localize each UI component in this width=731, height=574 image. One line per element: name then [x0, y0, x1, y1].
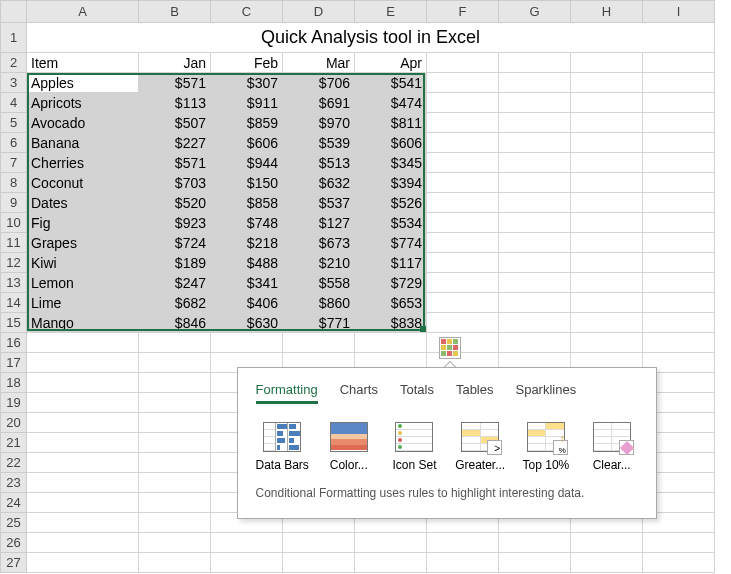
cell[interactable]: $474 — [355, 93, 427, 113]
cell[interactable] — [27, 493, 139, 513]
cell[interactable] — [499, 113, 571, 133]
cell[interactable] — [139, 533, 211, 553]
cell[interactable] — [427, 93, 499, 113]
cell[interactable] — [355, 333, 427, 353]
column-header[interactable]: D — [283, 1, 355, 23]
row-header[interactable]: 25 — [1, 513, 27, 533]
row-header[interactable]: 21 — [1, 433, 27, 453]
cell[interactable] — [499, 53, 571, 73]
cell[interactable] — [27, 393, 139, 413]
cell[interactable] — [27, 413, 139, 433]
cell[interactable] — [427, 153, 499, 173]
cell[interactable] — [571, 213, 643, 233]
cell[interactable]: Feb — [211, 53, 283, 73]
cell[interactable] — [139, 393, 211, 413]
cell[interactable]: $911 — [211, 93, 283, 113]
cell[interactable] — [643, 273, 715, 293]
cell[interactable] — [211, 533, 283, 553]
cell[interactable]: $537 — [283, 193, 355, 213]
cell[interactable] — [643, 253, 715, 273]
cell[interactable]: Mar — [283, 53, 355, 73]
cell[interactable] — [571, 153, 643, 173]
cell[interactable] — [27, 533, 139, 553]
cell[interactable] — [643, 333, 715, 353]
column-header[interactable]: H — [571, 1, 643, 23]
cell[interactable] — [571, 253, 643, 273]
row-header[interactable]: 9 — [1, 193, 27, 213]
option-clear[interactable]: Clear... — [586, 422, 638, 472]
row-header[interactable]: 23 — [1, 473, 27, 493]
cell[interactable] — [499, 233, 571, 253]
cell[interactable] — [643, 113, 715, 133]
cell[interactable] — [643, 293, 715, 313]
cell[interactable]: Banana — [27, 133, 139, 153]
row-header[interactable]: 27 — [1, 553, 27, 573]
cell[interactable]: $520 — [139, 193, 211, 213]
cell[interactable] — [499, 213, 571, 233]
cell[interactable]: $507 — [139, 113, 211, 133]
row-header[interactable]: 14 — [1, 293, 27, 313]
cell[interactable]: $703 — [139, 173, 211, 193]
cell[interactable]: $630 — [211, 313, 283, 333]
cell[interactable] — [643, 313, 715, 333]
cell[interactable] — [571, 333, 643, 353]
cell[interactable]: $706 — [283, 73, 355, 93]
cell[interactable] — [571, 133, 643, 153]
cell[interactable] — [499, 253, 571, 273]
row-header[interactable]: 17 — [1, 353, 27, 373]
cell[interactable]: $838 — [355, 313, 427, 333]
cell[interactable]: Apples — [27, 73, 139, 93]
cell[interactable]: $970 — [283, 113, 355, 133]
cell[interactable] — [571, 93, 643, 113]
cell[interactable] — [427, 333, 499, 353]
cell[interactable] — [571, 193, 643, 213]
cell[interactable] — [643, 73, 715, 93]
cell[interactable] — [643, 193, 715, 213]
cell[interactable]: $860 — [283, 293, 355, 313]
row-header[interactable]: 16 — [1, 333, 27, 353]
cell[interactable] — [571, 173, 643, 193]
cell[interactable]: $113 — [139, 93, 211, 113]
cell[interactable] — [499, 333, 571, 353]
cell[interactable]: $811 — [355, 113, 427, 133]
cell[interactable] — [139, 553, 211, 573]
column-header[interactable]: F — [427, 1, 499, 23]
cell[interactable] — [643, 53, 715, 73]
cell[interactable] — [427, 233, 499, 253]
row-header[interactable]: 24 — [1, 493, 27, 513]
cell[interactable] — [427, 113, 499, 133]
cell[interactable] — [27, 353, 139, 373]
cell[interactable]: $189 — [139, 253, 211, 273]
cell[interactable] — [27, 513, 139, 533]
cell[interactable] — [139, 433, 211, 453]
cell[interactable]: $513 — [283, 153, 355, 173]
cell[interactable]: Kiwi — [27, 253, 139, 273]
cell[interactable]: $606 — [355, 133, 427, 153]
cell[interactable]: Apricots — [27, 93, 139, 113]
cell[interactable] — [427, 553, 499, 573]
option-databars[interactable]: Data Bars — [256, 422, 309, 472]
cell[interactable] — [643, 233, 715, 253]
cell[interactable] — [499, 313, 571, 333]
cell[interactable]: $558 — [283, 273, 355, 293]
cell[interactable] — [427, 53, 499, 73]
cell[interactable] — [499, 173, 571, 193]
cell[interactable] — [571, 233, 643, 253]
cell[interactable] — [427, 313, 499, 333]
row-header[interactable]: 19 — [1, 393, 27, 413]
cell[interactable]: $729 — [355, 273, 427, 293]
tab-tables[interactable]: Tables — [456, 382, 494, 404]
cell[interactable] — [27, 333, 139, 353]
cell[interactable]: Apr — [355, 53, 427, 73]
cell[interactable] — [427, 213, 499, 233]
cell[interactable] — [139, 373, 211, 393]
row-header[interactable]: 6 — [1, 133, 27, 153]
cell[interactable]: Jan — [139, 53, 211, 73]
cell[interactable] — [139, 473, 211, 493]
cell[interactable] — [499, 193, 571, 213]
cell[interactable]: $846 — [139, 313, 211, 333]
cell[interactable] — [571, 293, 643, 313]
cell[interactable] — [283, 553, 355, 573]
column-header[interactable]: B — [139, 1, 211, 23]
cell[interactable]: $117 — [355, 253, 427, 273]
